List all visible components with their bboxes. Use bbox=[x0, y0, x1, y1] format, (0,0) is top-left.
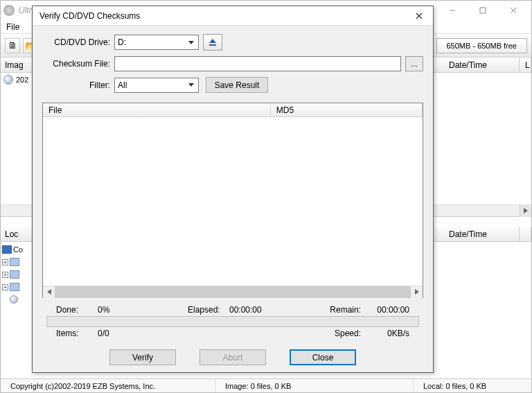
svg-marker-11 bbox=[47, 289, 51, 295]
app-icon bbox=[3, 5, 15, 16]
drive-icon bbox=[10, 270, 19, 279]
expand-icon[interactable]: + bbox=[2, 272, 8, 278]
filter-combo[interactable]: All bbox=[114, 78, 199, 93]
svg-marker-4 bbox=[524, 208, 528, 213]
status-image: Image: 0 files, 0 KB bbox=[215, 379, 414, 392]
close-window-button[interactable] bbox=[498, 1, 529, 20]
remain-label: Remain: bbox=[319, 305, 361, 315]
list-header: File MD5 bbox=[43, 103, 423, 117]
image-tree-item[interactable]: 202 bbox=[1, 73, 33, 87]
expand-icon[interactable]: + bbox=[2, 259, 8, 265]
checksum-file-label: Checksum File: bbox=[42, 59, 114, 69]
drive-value: D: bbox=[118, 37, 126, 47]
status-bar: Copyright (c)2002-2019 EZB Systems, Inc.… bbox=[1, 378, 531, 392]
svg-marker-8 bbox=[209, 39, 216, 43]
drive-label: CD/DVD Drive: bbox=[42, 37, 114, 47]
tree-node[interactable]: + bbox=[2, 268, 33, 281]
scroll-left-icon[interactable] bbox=[43, 286, 55, 298]
dialog-close-button[interactable] bbox=[405, 6, 433, 26]
svg-rect-9 bbox=[209, 44, 216, 46]
done-label: Done: bbox=[56, 305, 98, 315]
col-extra[interactable] bbox=[520, 227, 531, 241]
verify-button[interactable]: Verify bbox=[109, 349, 176, 365]
disc-icon bbox=[10, 295, 18, 304]
dialog-title: Verify CD/DVD Checksums bbox=[39, 11, 405, 21]
save-result-button[interactable]: Save Result bbox=[206, 77, 268, 93]
progress-bar bbox=[46, 316, 419, 327]
image-tab[interactable]: Imag bbox=[1, 58, 33, 73]
remain-value: 00:00:00 bbox=[361, 305, 409, 315]
drive-icon bbox=[10, 258, 19, 266]
elapsed-value: 00:00:00 bbox=[229, 305, 278, 315]
tree-node[interactable] bbox=[2, 293, 33, 306]
close-button[interactable]: Close bbox=[290, 349, 356, 365]
browse-button[interactable]: ... bbox=[405, 56, 423, 71]
scroll-thumb[interactable] bbox=[55, 286, 411, 298]
image-tree-label: 202 bbox=[16, 76, 28, 84]
status-copyright: Copyright (c)2002-2019 EZB Systems, Inc. bbox=[1, 379, 215, 392]
local-tree: Co + + + bbox=[1, 242, 33, 306]
col-datetime[interactable]: Date/Time bbox=[443, 58, 520, 72]
local-tab[interactable]: Loc bbox=[1, 227, 33, 242]
tree-root-label: Co bbox=[13, 245, 23, 254]
items-label: Items: bbox=[56, 329, 98, 338]
maximize-button[interactable] bbox=[468, 1, 498, 20]
done-value: 0% bbox=[98, 305, 146, 315]
disc-icon bbox=[3, 75, 13, 85]
disc-size-indicator[interactable]: 650MB - 650MB free bbox=[436, 38, 528, 53]
checksum-file-input[interactable] bbox=[114, 56, 401, 71]
menu-file[interactable]: File bbox=[6, 22, 19, 32]
filter-value: All bbox=[118, 80, 127, 90]
result-list: File MD5 bbox=[42, 103, 423, 298]
svg-marker-7 bbox=[188, 41, 194, 44]
computer-icon bbox=[2, 245, 12, 254]
new-file-icon[interactable]: 🗎 bbox=[5, 38, 20, 53]
status-local: Local: 0 files, 0 KB bbox=[414, 379, 531, 392]
scroll-right-icon[interactable] bbox=[520, 205, 531, 217]
tree-node[interactable]: + bbox=[2, 281, 33, 293]
dialog-titlebar: Verify CD/DVD Checksums bbox=[33, 6, 433, 26]
list-rows bbox=[43, 117, 423, 286]
minimize-button[interactable] bbox=[437, 1, 468, 20]
svg-marker-12 bbox=[415, 289, 419, 295]
verify-checksums-dialog: Verify CD/DVD Checksums CD/DVD Drive: D: bbox=[32, 6, 434, 373]
scroll-right-icon[interactable] bbox=[411, 286, 423, 298]
chevron-down-icon bbox=[186, 36, 197, 49]
tree-root[interactable]: Co bbox=[2, 243, 33, 256]
list-col-file[interactable]: File bbox=[43, 103, 271, 116]
speed-label: Speed: bbox=[319, 329, 361, 338]
filter-label: Filter: bbox=[42, 80, 114, 90]
list-hscrollbar[interactable] bbox=[43, 286, 423, 297]
list-col-md5[interactable]: MD5 bbox=[271, 103, 423, 116]
speed-value: 0KB/s bbox=[361, 329, 409, 338]
tree-node[interactable]: + bbox=[2, 256, 33, 268]
drive-combo[interactable]: D: bbox=[114, 35, 199, 50]
items-value: 0/0 bbox=[98, 329, 146, 338]
col-extra[interactable]: L bbox=[520, 58, 531, 72]
eject-button[interactable] bbox=[203, 34, 222, 51]
chevron-down-icon bbox=[186, 79, 197, 91]
abort-button: Abort bbox=[200, 349, 266, 365]
eject-icon bbox=[208, 38, 218, 46]
elapsed-label: Elapsed: bbox=[188, 305, 229, 315]
svg-rect-1 bbox=[480, 8, 486, 13]
svg-marker-10 bbox=[188, 83, 194, 87]
drive-icon bbox=[10, 283, 19, 291]
col-datetime[interactable]: Date/Time bbox=[443, 227, 520, 241]
expand-icon[interactable]: + bbox=[2, 284, 8, 290]
